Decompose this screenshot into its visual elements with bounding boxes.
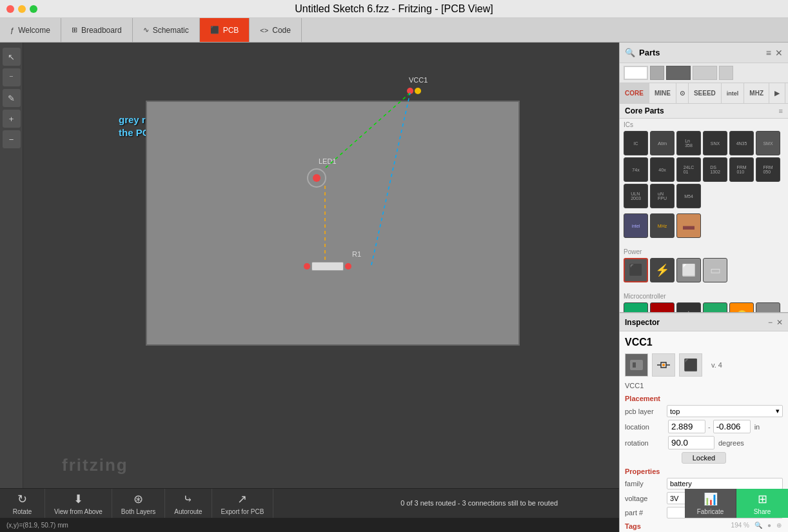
part-power-gnd[interactable]: ⬜	[676, 258, 701, 282]
select-tool[interactable]: ↖	[3, 48, 21, 66]
export-pcb-tool[interactable]: ↗ Export for PCB	[212, 489, 274, 518]
export-icon: ↗	[237, 492, 247, 506]
svg-rect-4	[633, 362, 636, 368]
part-smx[interactable]: SMX	[756, 131, 780, 155]
filter-mhz[interactable]: MHZ	[744, 83, 769, 103]
fit-icon[interactable]: ⊕	[776, 522, 782, 529]
part-mhz-chip[interactable]: MHz	[650, 213, 675, 238]
location-separator: -	[708, 423, 711, 431]
fabricate-button[interactable]: 📊 Fabricate	[685, 489, 736, 518]
autoroute-tool[interactable]: ⤷ Autoroute	[165, 489, 212, 518]
color-filter-white[interactable]	[624, 66, 648, 80]
part-ds1302[interactable]: DS1302	[703, 157, 727, 182]
led-component[interactable]	[307, 168, 326, 188]
rotation-input[interactable]	[668, 436, 714, 449]
part-ic-generic[interactable]: IC	[624, 131, 648, 155]
color-filter-mid[interactable]	[719, 66, 733, 80]
part-intel-chip[interactable]: intel	[624, 213, 648, 238]
part-sparkfun-star[interactable]: ✳	[676, 302, 701, 312]
maximize-button[interactable]	[30, 5, 37, 13]
vcc-label: VCC1	[409, 76, 428, 84]
part-bean[interactable]: Bean	[703, 302, 727, 312]
parts-close-icon[interactable]: ✕	[775, 48, 783, 58]
part-ln358[interactable]: Ln358	[676, 131, 701, 155]
part-transistor[interactable]: ▬	[676, 213, 701, 238]
tab-breadboard[interactable]: ⊞ Breadboard	[61, 18, 133, 42]
microcontroller-label: Microcontroller	[624, 293, 784, 300]
mc-grid: UNO ❤ ✳ Bean 😀 ⬛⬛	[624, 302, 784, 312]
parts-header-controls[interactable]: ≡ ✕	[766, 48, 783, 58]
locked-row: Locked	[625, 452, 783, 464]
part-atm[interactable]: Atm	[650, 131, 675, 155]
locked-button[interactable]: Locked	[682, 452, 726, 464]
part-power-bolt[interactable]: ⚡	[650, 258, 675, 282]
part-40x[interactable]: 40x	[650, 157, 675, 182]
window-controls[interactable]	[6, 5, 37, 13]
resistor-component[interactable]	[304, 262, 351, 271]
rotation-unit: degrees	[718, 439, 744, 447]
part-power-supply[interactable]: ▭	[703, 258, 727, 282]
part-unfpu[interactable]: uNFPU	[650, 184, 675, 208]
filter-seeed[interactable]: SEEED	[689, 83, 722, 103]
pcb-layer-chevron: ▾	[776, 407, 780, 415]
parts-sort-icon[interactable]: ≡	[779, 107, 783, 115]
part-74x[interactable]: 74x	[624, 157, 648, 182]
part-arduino-uno[interactable]: UNO	[624, 302, 648, 312]
filter-mine[interactable]: MINE	[649, 83, 676, 103]
filter-core[interactable]: CORE	[620, 83, 649, 103]
part-4n35[interactable]: 4N35	[729, 131, 754, 155]
part-pinacc[interactable]: 😀	[729, 302, 754, 312]
inspector-icon-schematic[interactable]	[652, 353, 675, 377]
color-filter-grey[interactable]	[650, 66, 664, 80]
both-layers-tool[interactable]: ⊛ Both Layers	[112, 489, 165, 518]
tab-welcome[interactable]: ƒ Welcome	[0, 18, 61, 42]
tab-schematic[interactable]: ∿ Schematic	[133, 18, 200, 42]
part-frm050[interactable]: FRM050	[756, 157, 780, 182]
location-x-input[interactable]	[668, 420, 705, 433]
share-button[interactable]: ⊞ Share	[736, 489, 788, 518]
part-power-vcc[interactable]: ⬛	[624, 258, 648, 282]
filter-intel[interactable]: intel	[722, 83, 745, 103]
inspector-collapse-icon[interactable]: −	[768, 318, 773, 327]
view-from-above-tool[interactable]: ⬇ View from Above	[45, 489, 112, 518]
part-sparkfun-red[interactable]: ❤	[650, 302, 675, 312]
core-parts-label: Core Parts	[625, 106, 664, 115]
minimize-button[interactable]	[18, 5, 26, 13]
vcc-component[interactable]	[407, 88, 421, 94]
r1-label: R1	[352, 250, 361, 258]
part-extra-mc1[interactable]: ⬛⬛	[756, 302, 780, 312]
placement-header: Placement	[625, 395, 783, 402]
part-uln2003[interactable]: ULN2003	[624, 184, 648, 208]
zoom-out-tool[interactable]: −	[3, 130, 21, 148]
parts-menu-icon[interactable]: ≡	[766, 48, 771, 58]
tab-code[interactable]: <> Code	[250, 18, 302, 42]
measure-tool[interactable]: ✎	[3, 89, 21, 107]
filter-video[interactable]: ▶	[769, 83, 785, 103]
parts-scroll[interactable]: ICs IC Atm Ln358 SNX 4N35 SMX 74x 40x 24…	[620, 119, 788, 312]
part-24lc[interactable]: 24LC01	[676, 157, 701, 182]
route-tool[interactable]: ⁻	[3, 68, 21, 86]
inspector-icon-breadboard[interactable]	[625, 353, 648, 377]
view-label: View from Above	[54, 508, 103, 515]
inspector-icon-pcb[interactable]: ⬛	[679, 353, 702, 377]
schematic-icon: ∿	[143, 26, 149, 34]
part-frm010[interactable]: FRM010	[729, 157, 754, 182]
pcb-layer-row: pcb layer top ▾	[625, 405, 783, 417]
zoom-in-icon[interactable]: ●	[767, 522, 771, 529]
color-filter-darkgrey[interactable]	[666, 66, 691, 80]
rotate-tool[interactable]: ↻ Rotate	[0, 489, 45, 518]
part-m54[interactable]: M54	[676, 184, 701, 208]
color-filter-lightgrey[interactable]	[693, 66, 717, 80]
tab-pcb[interactable]: ⬛ PCB	[200, 18, 250, 42]
zoom-out-icon[interactable]: 🔍	[754, 522, 762, 529]
part-snx[interactable]: SNX	[703, 131, 727, 155]
filter-arduino[interactable]: ⊙	[676, 83, 689, 103]
zoom-in-tool[interactable]: +	[3, 110, 21, 128]
share-icon: ⊞	[758, 492, 767, 506]
close-button[interactable]	[6, 5, 14, 13]
filter-extra[interactable]: ↔	[785, 83, 788, 103]
canvas-area[interactable]: grey rectangle is the PCB board dotted l…	[23, 43, 619, 488]
inspector-close-icon[interactable]: ✕	[776, 318, 783, 327]
pcb-layer-select[interactable]: top ▾	[667, 405, 783, 417]
location-y-input[interactable]	[713, 420, 751, 433]
